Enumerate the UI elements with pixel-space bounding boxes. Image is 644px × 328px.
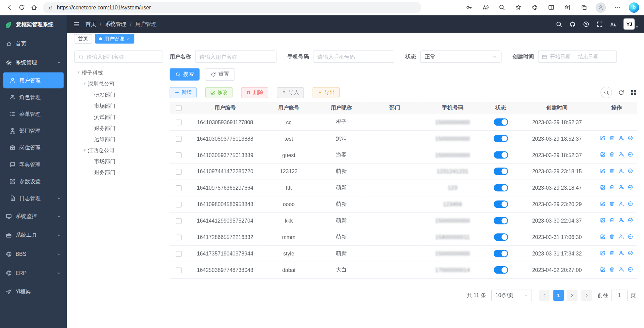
row-checkbox[interactable] xyxy=(176,185,182,191)
delete-row-icon[interactable] xyxy=(609,267,615,272)
column-settings-button[interactable] xyxy=(631,89,637,95)
github-icon[interactable] xyxy=(569,21,576,28)
collapse-menu-icon[interactable] xyxy=(73,21,80,28)
fullscreen-icon[interactable] xyxy=(597,21,603,28)
status-toggle[interactable] xyxy=(494,168,508,175)
edit-row-icon[interactable] xyxy=(600,234,606,239)
status-toggle[interactable] xyxy=(494,184,508,191)
reset-password-icon[interactable] xyxy=(618,168,624,174)
breadcrumb-item[interactable]: 首页 xyxy=(86,20,96,28)
tab-首页[interactable]: 首页 xyxy=(74,34,92,44)
tree-node-橙子科技[interactable]: ▾橙子科技 xyxy=(75,67,163,78)
status-toggle[interactable] xyxy=(494,200,508,208)
export-button[interactable]: 导出 xyxy=(312,87,340,98)
delete-row-icon[interactable] xyxy=(609,250,615,256)
reset-password-icon[interactable] xyxy=(618,234,624,239)
search-icon[interactable] xyxy=(556,21,563,28)
row-checkbox[interactable] xyxy=(176,267,182,273)
next-page-button[interactable] xyxy=(581,290,592,300)
prev-page-button[interactable] xyxy=(539,290,550,300)
edit-row-icon[interactable] xyxy=(600,267,606,272)
delete-row-icon[interactable] xyxy=(609,217,615,223)
row-checkbox[interactable] xyxy=(176,120,182,125)
search-button[interactable]: 搜索 xyxy=(169,68,199,81)
status-toggle[interactable] xyxy=(494,250,508,257)
page-button-1[interactable]: 1 xyxy=(553,290,564,300)
status-toggle[interactable] xyxy=(494,233,508,241)
assign-role-icon[interactable] xyxy=(628,234,633,239)
tree-node-运维部门[interactable]: 运维部门 xyxy=(75,134,163,145)
import-button[interactable]: 导入 xyxy=(277,87,304,98)
assign-role-icon[interactable] xyxy=(628,168,633,174)
sidebar-item-1[interactable]: 系统管理 xyxy=(0,53,67,72)
close-tab-icon[interactable] xyxy=(127,37,130,41)
status-toggle[interactable] xyxy=(494,118,508,126)
copilot-icon[interactable]: b xyxy=(629,2,639,13)
collections-icon[interactable] xyxy=(579,2,589,13)
sidebar-item-14[interactable]: Yi框架 xyxy=(0,282,67,301)
edit-row-icon[interactable] xyxy=(600,201,606,206)
assign-role-icon[interactable] xyxy=(628,201,633,206)
breadcrumb-item[interactable]: 系统管理 xyxy=(105,20,127,28)
tree-node-江西总公司[interactable]: ▾江西总公司 xyxy=(75,145,163,156)
sidebar-item-12[interactable]: BBS xyxy=(0,244,67,263)
tab-用户管理[interactable]: 用户管理 xyxy=(95,34,134,44)
row-checkbox[interactable] xyxy=(176,152,182,158)
password-key-icon[interactable] xyxy=(464,2,474,13)
sidebar-item-9[interactable]: 日志管理 xyxy=(0,190,67,206)
sidebar-item-4[interactable]: 菜单管理 xyxy=(0,106,67,123)
reset-password-icon[interactable] xyxy=(618,135,624,141)
browser-refresh-button[interactable] xyxy=(16,1,28,14)
delete-button[interactable]: 删除 xyxy=(241,87,268,98)
delete-row-icon[interactable] xyxy=(609,184,615,190)
tree-node-测试部门[interactable]: 测试部门 xyxy=(75,111,163,123)
row-checkbox[interactable] xyxy=(176,251,182,257)
address-bar[interactable]: https://ccnetcore.com:1101/system/user xyxy=(43,2,421,13)
phone-input[interactable] xyxy=(313,51,394,63)
sidebar-item-0[interactable]: 首页 xyxy=(0,34,67,53)
tree-node-深圳总公司[interactable]: ▾深圳总公司 xyxy=(75,78,163,89)
favorites-bar-icon[interactable] xyxy=(563,2,573,13)
page-size-select[interactable]: 10条/页 xyxy=(491,289,532,301)
delete-row-icon[interactable] xyxy=(609,135,615,141)
status-toggle[interactable] xyxy=(494,217,508,224)
zoom-out-icon[interactable] xyxy=(497,2,507,13)
row-checkbox[interactable] xyxy=(176,218,182,224)
browser-home-button[interactable] xyxy=(28,1,40,14)
tree-node-市场部门[interactable]: 市场部门 xyxy=(75,156,163,167)
reset-password-icon[interactable] xyxy=(618,201,624,206)
caret-down-icon[interactable]: ▾ xyxy=(75,70,82,75)
browser-profile-avatar[interactable] xyxy=(596,2,606,13)
sidebar-item-10[interactable]: 系统监控 xyxy=(0,207,67,226)
toggle-search-button[interactable] xyxy=(600,87,612,98)
assign-role-icon[interactable] xyxy=(628,135,633,141)
font-size-icon[interactable] xyxy=(610,21,617,28)
sidebar-item-2[interactable]: 用户管理 xyxy=(3,72,64,88)
read-aloud-icon[interactable] xyxy=(481,2,490,13)
sidebar-item-13[interactable]: ERP xyxy=(0,264,67,282)
browser-back-button[interactable] xyxy=(3,1,16,14)
assign-role-icon[interactable] xyxy=(628,250,633,256)
edit-row-icon[interactable] xyxy=(600,151,606,157)
edit-row-icon[interactable] xyxy=(600,217,606,223)
caret-down-icon[interactable]: ▾ xyxy=(81,81,88,86)
row-checkbox[interactable] xyxy=(176,169,182,175)
favorites-star-icon[interactable] xyxy=(513,2,523,13)
sidebar-item-6[interactable]: 岗位管理 xyxy=(0,139,67,156)
tree-node-研发部门[interactable]: 研发部门 xyxy=(75,89,163,100)
edit-row-icon[interactable] xyxy=(600,168,606,174)
dept-search[interactable] xyxy=(75,51,163,63)
delete-row-icon[interactable] xyxy=(609,201,615,206)
select-all-checkbox[interactable] xyxy=(176,105,182,111)
edit-row-icon[interactable] xyxy=(600,250,606,256)
avatar[interactable]: YJ xyxy=(624,18,635,30)
row-checkbox[interactable] xyxy=(176,235,182,240)
sidebar-item-5[interactable]: 部门管理 xyxy=(0,123,67,139)
tree-node-市场部门[interactable]: 市场部门 xyxy=(75,100,163,111)
help-icon[interactable] xyxy=(583,21,590,28)
row-checkbox[interactable] xyxy=(176,136,182,142)
status-toggle[interactable] xyxy=(494,135,508,142)
extensions-icon[interactable] xyxy=(530,2,540,13)
edit-row-icon[interactable] xyxy=(600,184,606,190)
reset-password-icon[interactable] xyxy=(618,217,624,223)
